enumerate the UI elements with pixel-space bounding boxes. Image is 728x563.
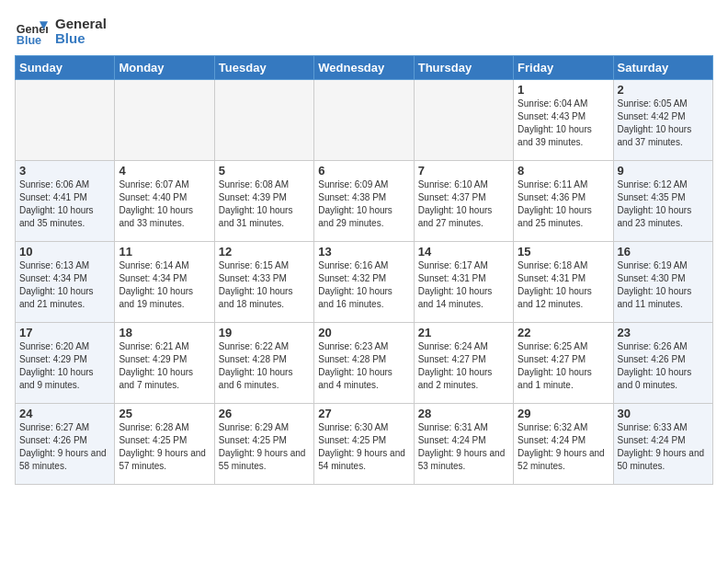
calendar-cell: 11Sunrise: 6:14 AM Sunset: 4:34 PM Dayli…: [115, 242, 214, 323]
day-number: 7: [418, 164, 509, 178]
day-number: 16: [618, 245, 709, 259]
day-info: Sunrise: 6:14 AM Sunset: 4:34 PM Dayligh…: [119, 259, 210, 311]
day-info: Sunrise: 6:09 AM Sunset: 4:38 PM Dayligh…: [318, 178, 409, 230]
day-number: 15: [518, 245, 609, 259]
day-number: 12: [219, 245, 310, 259]
day-info: Sunrise: 6:25 AM Sunset: 4:27 PM Dayligh…: [518, 340, 609, 392]
day-info: Sunrise: 6:26 AM Sunset: 4:26 PM Dayligh…: [618, 340, 709, 392]
day-info: Sunrise: 6:22 AM Sunset: 4:28 PM Dayligh…: [219, 340, 310, 392]
day-number: 29: [518, 407, 609, 420]
day-number: 6: [318, 164, 409, 178]
day-info: Sunrise: 6:31 AM Sunset: 4:24 PM Dayligh…: [418, 421, 509, 473]
logo-icon: General Blue: [15, 15, 48, 48]
day-info: Sunrise: 6:32 AM Sunset: 4:24 PM Dayligh…: [518, 421, 609, 473]
calendar-cell: 7Sunrise: 6:10 AM Sunset: 4:37 PM Daylig…: [414, 161, 513, 242]
calendar-week-4: 17Sunrise: 6:20 AM Sunset: 4:29 PM Dayli…: [16, 323, 713, 404]
calendar-cell: 22Sunrise: 6:25 AM Sunset: 4:27 PM Dayli…: [514, 323, 613, 404]
day-number: 30: [618, 407, 709, 420]
calendar-cell: 24Sunrise: 6:27 AM Sunset: 4:26 PM Dayli…: [16, 404, 115, 485]
day-info: Sunrise: 6:07 AM Sunset: 4:40 PM Dayligh…: [119, 178, 210, 230]
calendar-cell: 27Sunrise: 6:30 AM Sunset: 4:25 PM Dayli…: [314, 404, 414, 485]
col-header-friday: Friday: [514, 56, 613, 80]
day-info: Sunrise: 6:30 AM Sunset: 4:25 PM Dayligh…: [318, 421, 409, 473]
calendar-cell: 1Sunrise: 6:04 AM Sunset: 4:43 PM Daylig…: [514, 80, 613, 161]
calendar-cell: 30Sunrise: 6:33 AM Sunset: 4:24 PM Dayli…: [613, 404, 712, 485]
day-number: 17: [19, 326, 110, 339]
calendar-week-2: 3Sunrise: 6:06 AM Sunset: 4:41 PM Daylig…: [16, 161, 713, 242]
day-number: 27: [318, 407, 409, 420]
calendar-cell: [314, 80, 414, 161]
day-number: 23: [618, 326, 709, 339]
svg-text:Blue: Blue: [17, 34, 41, 47]
day-number: 19: [219, 326, 310, 339]
calendar-cell: 28Sunrise: 6:31 AM Sunset: 4:24 PM Dayli…: [414, 404, 513, 485]
calendar-cell: [214, 80, 313, 161]
day-number: 11: [119, 245, 210, 259]
day-number: 26: [219, 407, 310, 420]
col-header-saturday: Saturday: [613, 56, 712, 80]
calendar-cell: 6Sunrise: 6:09 AM Sunset: 4:38 PM Daylig…: [314, 161, 414, 242]
calendar-cell: 19Sunrise: 6:22 AM Sunset: 4:28 PM Dayli…: [214, 323, 313, 404]
day-info: Sunrise: 6:08 AM Sunset: 4:39 PM Dayligh…: [219, 178, 310, 230]
col-header-thursday: Thursday: [414, 56, 513, 80]
day-info: Sunrise: 6:13 AM Sunset: 4:34 PM Dayligh…: [19, 259, 110, 311]
day-info: Sunrise: 6:19 AM Sunset: 4:30 PM Dayligh…: [618, 259, 709, 311]
calendar-cell: 16Sunrise: 6:19 AM Sunset: 4:30 PM Dayli…: [613, 242, 712, 323]
day-info: Sunrise: 6:18 AM Sunset: 4:31 PM Dayligh…: [518, 259, 609, 311]
day-info: Sunrise: 6:27 AM Sunset: 4:26 PM Dayligh…: [19, 421, 110, 473]
day-number: 20: [318, 326, 409, 339]
day-number: 21: [418, 326, 509, 339]
calendar-cell: 3Sunrise: 6:06 AM Sunset: 4:41 PM Daylig…: [16, 161, 115, 242]
calendar-cell: 8Sunrise: 6:11 AM Sunset: 4:36 PM Daylig…: [514, 161, 613, 242]
calendar-cell: 18Sunrise: 6:21 AM Sunset: 4:29 PM Dayli…: [115, 323, 214, 404]
day-info: Sunrise: 6:23 AM Sunset: 4:28 PM Dayligh…: [318, 340, 409, 392]
calendar-cell: 13Sunrise: 6:16 AM Sunset: 4:32 PM Dayli…: [314, 242, 414, 323]
day-number: 10: [19, 245, 110, 259]
day-info: Sunrise: 6:16 AM Sunset: 4:32 PM Dayligh…: [318, 259, 409, 311]
day-number: 25: [119, 407, 210, 420]
calendar-cell: 9Sunrise: 6:12 AM Sunset: 4:35 PM Daylig…: [613, 161, 712, 242]
day-info: Sunrise: 6:06 AM Sunset: 4:41 PM Dayligh…: [19, 178, 110, 230]
page-header: General Blue General Blue: [15, 15, 713, 48]
day-info: Sunrise: 6:24 AM Sunset: 4:27 PM Dayligh…: [418, 340, 509, 392]
day-info: Sunrise: 6:15 AM Sunset: 4:33 PM Dayligh…: [219, 259, 310, 311]
day-info: Sunrise: 6:05 AM Sunset: 4:42 PM Dayligh…: [618, 98, 709, 149]
day-number: 5: [219, 164, 310, 178]
calendar-cell: 15Sunrise: 6:18 AM Sunset: 4:31 PM Dayli…: [514, 242, 613, 323]
calendar-cell: [414, 80, 513, 161]
calendar-cell: 2Sunrise: 6:05 AM Sunset: 4:42 PM Daylig…: [613, 80, 712, 161]
calendar-cell: 26Sunrise: 6:29 AM Sunset: 4:25 PM Dayli…: [214, 404, 313, 485]
calendar-cell: 5Sunrise: 6:08 AM Sunset: 4:39 PM Daylig…: [214, 161, 313, 242]
col-header-tuesday: Tuesday: [214, 56, 313, 80]
day-number: 2: [618, 83, 709, 97]
calendar-week-5: 24Sunrise: 6:27 AM Sunset: 4:26 PM Dayli…: [16, 404, 713, 485]
day-number: 13: [318, 245, 409, 259]
col-header-sunday: Sunday: [16, 56, 115, 80]
day-number: 4: [119, 164, 210, 178]
calendar-week-3: 10Sunrise: 6:13 AM Sunset: 4:34 PM Dayli…: [16, 242, 713, 323]
day-info: Sunrise: 6:12 AM Sunset: 4:35 PM Dayligh…: [618, 178, 709, 230]
calendar-cell: 20Sunrise: 6:23 AM Sunset: 4:28 PM Dayli…: [314, 323, 414, 404]
day-number: 28: [418, 407, 509, 420]
day-number: 9: [618, 164, 709, 178]
calendar-week-1: 1Sunrise: 6:04 AM Sunset: 4:43 PM Daylig…: [16, 80, 713, 161]
day-info: Sunrise: 6:11 AM Sunset: 4:36 PM Dayligh…: [518, 178, 609, 230]
calendar-cell: 10Sunrise: 6:13 AM Sunset: 4:34 PM Dayli…: [16, 242, 115, 323]
day-info: Sunrise: 6:29 AM Sunset: 4:25 PM Dayligh…: [219, 421, 310, 473]
day-info: Sunrise: 6:17 AM Sunset: 4:31 PM Dayligh…: [418, 259, 509, 311]
calendar-cell: 17Sunrise: 6:20 AM Sunset: 4:29 PM Dayli…: [16, 323, 115, 404]
calendar-cell: [16, 80, 115, 161]
day-info: Sunrise: 6:28 AM Sunset: 4:25 PM Dayligh…: [119, 421, 210, 473]
calendar-cell: 12Sunrise: 6:15 AM Sunset: 4:33 PM Dayli…: [214, 242, 313, 323]
calendar-header-row: SundayMondayTuesdayWednesdayThursdayFrid…: [16, 56, 713, 80]
day-number: 1: [518, 83, 609, 97]
calendar-cell: 29Sunrise: 6:32 AM Sunset: 4:24 PM Dayli…: [514, 404, 613, 485]
day-info: Sunrise: 6:04 AM Sunset: 4:43 PM Dayligh…: [518, 98, 609, 149]
col-header-wednesday: Wednesday: [314, 56, 414, 80]
calendar-cell: 14Sunrise: 6:17 AM Sunset: 4:31 PM Dayli…: [414, 242, 513, 323]
calendar-cell: [115, 80, 214, 161]
calendar-table: SundayMondayTuesdayWednesdayThursdayFrid…: [15, 55, 713, 485]
logo: General Blue General Blue: [15, 15, 107, 48]
day-number: 22: [518, 326, 609, 339]
day-info: Sunrise: 6:33 AM Sunset: 4:24 PM Dayligh…: [618, 421, 709, 473]
